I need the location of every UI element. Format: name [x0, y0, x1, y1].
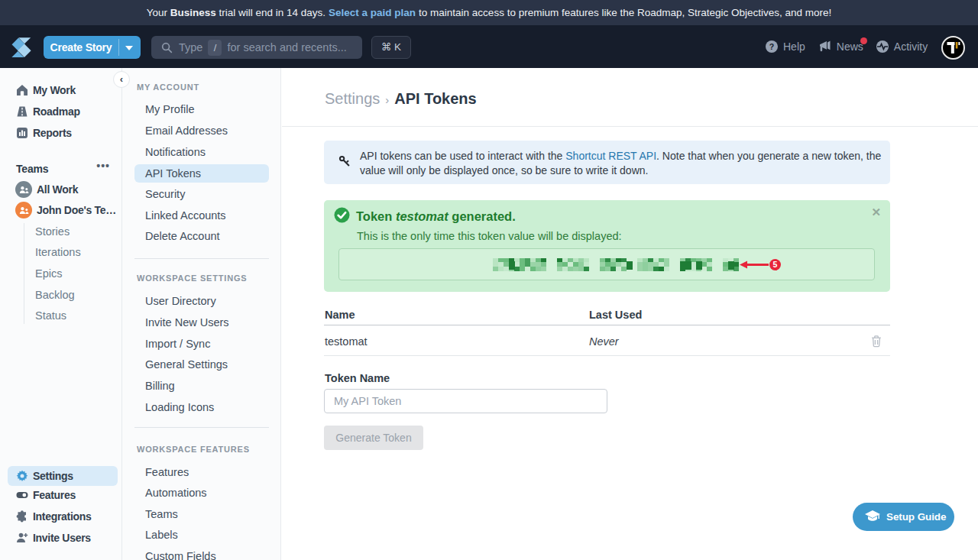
svg-text:5: 5: [773, 260, 778, 269]
svg-text:?: ?: [769, 42, 774, 51]
